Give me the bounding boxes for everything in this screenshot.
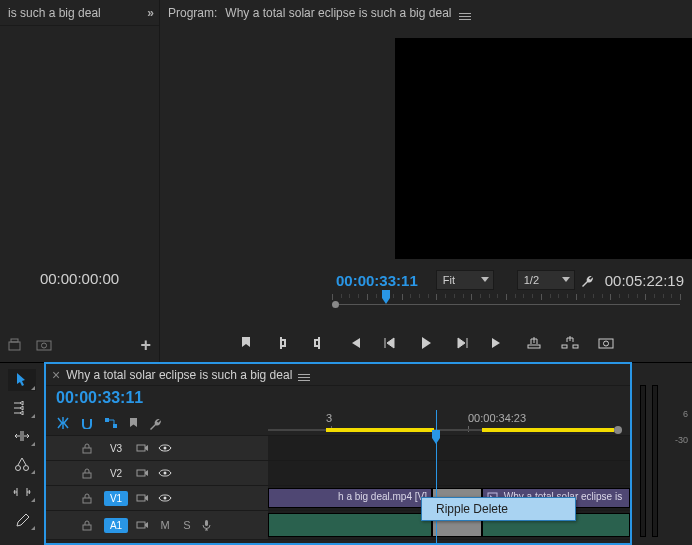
resolution-select[interactable]: 1/2 — [517, 270, 575, 290]
insert-sequence-icon[interactable] — [56, 417, 70, 429]
source-panel: is such a big deal » 00:00:00:00 + — [0, 0, 160, 362]
svg-rect-25 — [205, 520, 208, 526]
svg-point-3 — [42, 343, 47, 348]
lock-icon[interactable] — [82, 443, 96, 454]
sync-lock-icon[interactable] — [136, 493, 150, 503]
snapshot-icon[interactable] — [36, 339, 52, 351]
lift-button[interactable] — [525, 334, 543, 352]
selection-tool[interactable] — [8, 369, 36, 391]
play-button[interactable] — [417, 334, 435, 352]
timeline-playhead[interactable] — [436, 410, 437, 543]
program-header-prefix: Program: — [168, 6, 217, 20]
sync-lock-icon[interactable] — [136, 443, 150, 453]
source-title-suffix: is such a big deal — [8, 6, 101, 20]
timeline-panel: × Why a total solar eclipse is such a bi… — [44, 362, 632, 545]
svg-rect-2 — [37, 341, 51, 350]
svg-rect-5 — [562, 345, 567, 348]
timeline-close-icon[interactable]: × — [52, 367, 60, 383]
timeline-title[interactable]: Why a total solar eclipse is such a big … — [66, 368, 292, 382]
track-head-v1[interactable]: V1 — [46, 486, 268, 510]
expand-icon[interactable]: » — [147, 6, 151, 20]
ruler-label-1: 3 — [326, 412, 332, 424]
meter-label-3: -30 — [675, 427, 688, 453]
svg-rect-0 — [9, 342, 20, 350]
timeline-zoombar[interactable] — [268, 429, 622, 435]
marker-tool-icon[interactable] — [128, 417, 139, 429]
scrubber-playhead[interactable] — [380, 290, 392, 308]
mark-in-button[interactable] — [273, 334, 291, 352]
source-panel-header: is such a big deal » — [0, 0, 159, 26]
meter-label-1: 6 — [675, 401, 688, 427]
svg-rect-13 — [83, 448, 91, 453]
ruler-label-2: 00:00:34:23 — [468, 412, 526, 424]
svg-rect-19 — [83, 498, 91, 503]
add-button-icon[interactable]: + — [140, 335, 151, 356]
export-frame-button[interactable] — [597, 334, 615, 352]
svg-rect-7 — [599, 339, 613, 348]
sync-lock-icon[interactable] — [136, 520, 150, 530]
eye-icon[interactable] — [158, 469, 172, 477]
track-select-tool[interactable] — [8, 397, 36, 419]
ripple-edit-tool[interactable] — [8, 425, 36, 447]
export-frame-icon[interactable] — [8, 338, 24, 352]
track-v3: V3 — [46, 436, 630, 461]
svg-rect-24 — [137, 522, 145, 528]
mark-out-button[interactable] — [309, 334, 327, 352]
svg-rect-6 — [573, 345, 578, 348]
track-head-a1[interactable]: A1 M S — [46, 511, 268, 539]
svg-rect-11 — [105, 418, 109, 422]
track-label-v3[interactable]: V3 — [104, 441, 128, 456]
tool-palette — [0, 362, 44, 545]
svg-rect-17 — [137, 470, 145, 476]
zoom-fit-select[interactable]: Fit — [436, 270, 494, 290]
track-label-a1[interactable]: A1 — [104, 518, 128, 533]
go-to-out-button[interactable] — [489, 334, 507, 352]
context-menu-ripple-delete[interactable]: Ripple Delete — [422, 498, 575, 520]
voiceover-mic-icon[interactable] — [202, 519, 216, 531]
program-scrubber[interactable] — [332, 294, 680, 320]
svg-point-21 — [164, 497, 167, 500]
sync-lock-icon[interactable] — [136, 468, 150, 478]
link-selection-icon[interactable] — [104, 417, 118, 429]
program-current-timecode[interactable]: 00:00:33:11 — [336, 272, 418, 289]
chevron-down-icon — [562, 277, 570, 282]
svg-rect-23 — [83, 525, 91, 530]
svg-rect-1 — [11, 339, 18, 342]
eye-icon[interactable] — [158, 494, 172, 502]
source-timecode[interactable]: 00:00:00:00 — [0, 270, 159, 287]
track-head-v2[interactable]: V2 — [46, 461, 268, 485]
step-back-button[interactable] — [381, 334, 399, 352]
program-total-timecode: 00:05:22:19 — [605, 272, 684, 289]
extract-button[interactable] — [561, 334, 579, 352]
timeline-settings-icon[interactable] — [149, 416, 163, 430]
step-forward-button[interactable] — [453, 334, 471, 352]
track-v2: V2 — [46, 461, 630, 486]
timeline-ruler[interactable]: 3 00:00:34:23 — [268, 386, 630, 435]
track-label-v1[interactable]: V1 — [104, 491, 128, 506]
add-marker-button[interactable] — [237, 334, 255, 352]
audio-meters: 6 -30 — [632, 362, 692, 545]
pen-tool[interactable] — [8, 509, 36, 531]
snap-icon[interactable] — [80, 417, 94, 429]
program-video-preview[interactable] — [395, 38, 692, 259]
slip-tool[interactable] — [8, 481, 36, 503]
solo-icon[interactable]: S — [180, 519, 194, 531]
timeline-menu-icon[interactable] — [298, 374, 310, 375]
chevron-down-icon — [481, 277, 489, 282]
lock-icon[interactable] — [82, 468, 96, 479]
svg-point-10 — [24, 465, 29, 470]
clip-v1-left[interactable]: h a big deal.mp4 [V] — [268, 488, 432, 508]
timeline-timecode[interactable]: 00:00:33:11 — [56, 389, 143, 407]
mute-icon[interactable]: M — [158, 519, 172, 531]
go-to-in-button[interactable] — [345, 334, 363, 352]
lock-icon[interactable] — [82, 493, 96, 504]
lock-icon[interactable] — [82, 520, 96, 531]
clip-a1-left[interactable] — [268, 513, 432, 537]
panel-menu-icon[interactable] — [459, 13, 471, 14]
eye-icon[interactable] — [158, 444, 172, 452]
track-label-v2[interactable]: V2 — [104, 466, 128, 481]
razor-tool[interactable] — [8, 453, 36, 475]
track-head-v3[interactable]: V3 — [46, 436, 268, 460]
settings-wrench-icon[interactable] — [581, 273, 595, 287]
svg-rect-4 — [528, 345, 540, 348]
